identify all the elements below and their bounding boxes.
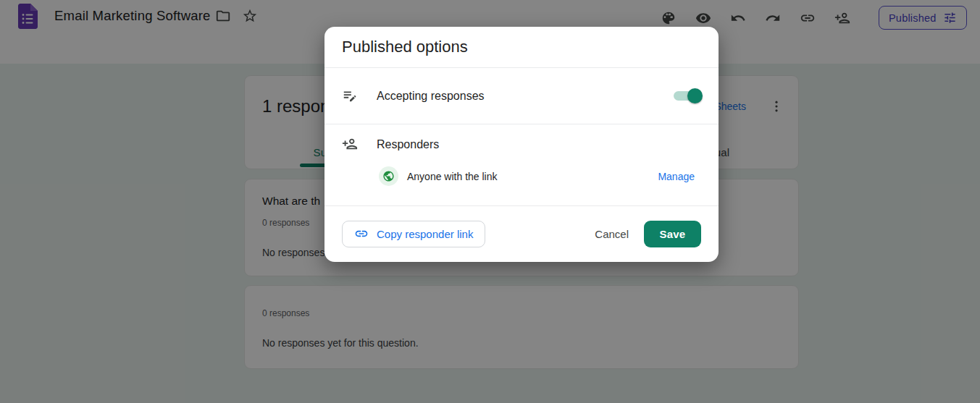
published-options-dialog: Published options Accepting responses Re… [324, 27, 719, 262]
link-icon [354, 226, 369, 241]
responders-label: Responders [377, 138, 439, 151]
toggle-knob [687, 88, 703, 103]
cancel-button[interactable]: Cancel [586, 222, 637, 246]
edit-note-icon [342, 88, 359, 105]
copy-responder-link-button[interactable]: Copy responder link [342, 221, 485, 247]
save-button[interactable]: Save [644, 221, 701, 247]
anyone-with-link-globe-icon [379, 166, 398, 186]
accepting-responses-label: Accepting responses [377, 90, 485, 103]
dialog-footer: Copy responder link Cancel Save [324, 206, 719, 261]
copy-responder-link-label: Copy responder link [377, 228, 473, 240]
responder-access-value: Anyone with the link [407, 171, 498, 182]
accepting-responses-row: Accepting responses [324, 68, 719, 124]
accepting-responses-toggle[interactable] [674, 90, 701, 101]
dialog-title: Published options [342, 38, 468, 56]
responders-section: Responders Anyone with the link Manage [324, 124, 719, 206]
dialog-header: Published options [324, 27, 719, 68]
google-forms-window: Email Marketing Software [0, 0, 980, 403]
manage-link[interactable]: Manage [658, 171, 695, 182]
person-add-icon [342, 136, 359, 153]
